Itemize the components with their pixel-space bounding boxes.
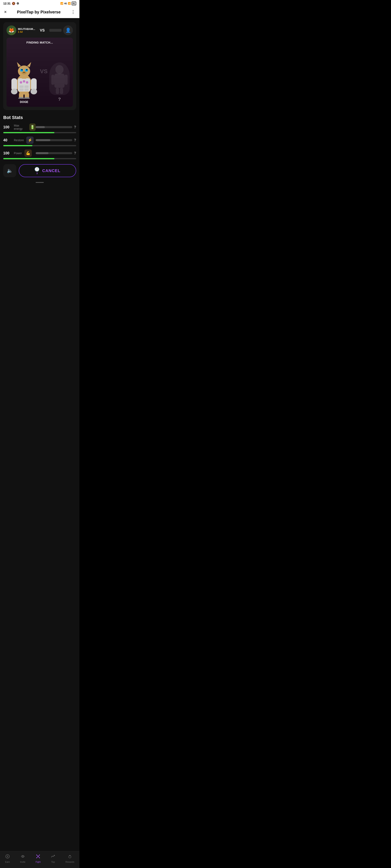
- enemy-stat-bar: [36, 126, 72, 128]
- stat-label: Max energy: [14, 124, 27, 130]
- unknown-character-label: ?: [58, 97, 61, 102]
- nav-item-fight[interactable]: Fight: [33, 854, 43, 862]
- stat-value: 40: [3, 138, 11, 143]
- finding-match-text: FINDING MATCH...: [26, 41, 53, 44]
- progress-bar: [3, 158, 76, 159]
- cancel-label: CANCEL: [42, 168, 60, 173]
- invite-label: Invite: [20, 861, 25, 862]
- svg-rect-33: [60, 88, 63, 94]
- stat-icon: 🔋: [29, 123, 36, 131]
- battle-area: FINDING MATCH...: [6, 38, 73, 107]
- svg-point-39: [36, 855, 37, 856]
- stat-left: 100 Power 💪: [3, 150, 32, 157]
- nav-item-top[interactable]: Top: [48, 854, 58, 862]
- svg-point-41: [36, 858, 37, 858]
- svg-point-19: [24, 72, 25, 73]
- svg-marker-11: [17, 62, 21, 67]
- svg-point-17: [22, 71, 26, 74]
- stat-row: 100 Power 💪 ?: [3, 150, 76, 159]
- top-label: Top: [51, 861, 55, 862]
- opponent-avatar-icon: 👤: [65, 28, 71, 33]
- invite-icon: [21, 854, 25, 860]
- svg-text:$: $: [7, 856, 8, 858]
- stat-label: Restore: [14, 138, 24, 142]
- svg-point-2: [20, 81, 22, 84]
- stat-left: 100 Max energy 🔋: [3, 123, 36, 131]
- bot-stats-section: Bot Stats 100 Max energy 🔋 ?: [3, 115, 76, 159]
- fight-icon: [36, 854, 40, 860]
- bottom-actions: 🔈 🕐 3 CANCEL: [3, 164, 76, 177]
- players-row: 🦊 MOJTABAM... 1 lvl VS 👤: [6, 25, 73, 35]
- player-avatar: 🦊: [6, 25, 16, 35]
- svg-rect-8: [24, 89, 29, 91]
- nav-item-earn[interactable]: $ Earn: [3, 854, 12, 862]
- svg-point-40: [39, 855, 40, 856]
- cancel-button[interactable]: 🕐 3 CANCEL: [19, 164, 76, 177]
- stat-row: 40 Restore ⚡ ?: [3, 136, 76, 146]
- top-icon: [51, 854, 55, 860]
- player-info: 🦊 MOJTABAM... 1 lvl: [6, 25, 35, 35]
- svg-rect-32: [56, 88, 59, 94]
- wifi-icon: 📶: [68, 2, 71, 5]
- signal-icon: 📶: [60, 2, 63, 5]
- opponent-name-placeholder: [49, 29, 61, 32]
- status-left: 12:31 🔕 ⚙: [3, 2, 19, 5]
- sound-icon: 🔈: [7, 168, 13, 174]
- stat-question-mark: ?: [74, 138, 76, 143]
- doge-character: [10, 58, 38, 99]
- svg-point-23: [31, 89, 37, 94]
- nav-item-rewards[interactable]: Rewards: [63, 854, 77, 862]
- enemy-stat-fill: [36, 139, 50, 141]
- nav-item-invite[interactable]: Invite: [18, 854, 28, 862]
- player-level: 1 lvl: [18, 31, 35, 33]
- enemy-stat-bar: [36, 152, 72, 154]
- doge-svg: [10, 58, 38, 99]
- stat-question-mark: ?: [74, 151, 76, 155]
- main-content: 🦊 MOJTABAM... 1 lvl VS 👤 FINDING MATCH..…: [0, 18, 79, 862]
- earn-icon: $: [5, 854, 10, 860]
- stat-left: 40 Restore ⚡: [3, 136, 34, 144]
- svg-point-3: [23, 80, 25, 83]
- battle-vs-label: VS: [40, 68, 48, 75]
- rewards-label: Rewards: [65, 861, 74, 862]
- svg-rect-5: [20, 86, 24, 88]
- svg-marker-12: [27, 62, 31, 67]
- stat-value: 100: [3, 151, 11, 155]
- svg-point-18: [23, 72, 24, 73]
- close-button[interactable]: ×: [3, 8, 7, 16]
- svg-point-4: [26, 81, 28, 84]
- earn-label: Earn: [5, 861, 10, 862]
- progress-bar: [3, 132, 76, 133]
- opponent-avatar: 👤: [63, 25, 73, 35]
- progress-fill: [3, 132, 54, 133]
- enemy-stat-bar: [36, 139, 72, 141]
- svg-point-28: [55, 65, 63, 74]
- progress-fill: [3, 145, 32, 146]
- svg-rect-29: [54, 74, 64, 88]
- settings-icon: ⚙: [17, 2, 19, 5]
- sound-button[interactable]: 🔈: [3, 164, 16, 177]
- stat-icon: ⚡: [26, 136, 34, 144]
- battle-characters: DOGE VS ?: [10, 48, 69, 103]
- timer-count: 3: [36, 172, 38, 175]
- stat-row: 100 Max energy 🔋 ?: [3, 123, 76, 133]
- top-bar: × PixelTap by Pixelverse ⋮: [0, 6, 79, 18]
- svg-rect-6: [24, 86, 29, 88]
- svg-point-15: [21, 69, 23, 70]
- menu-button[interactable]: ⋮: [70, 8, 76, 16]
- svg-point-21: [11, 89, 18, 94]
- timer-icon: 🕐: [34, 167, 40, 172]
- bot-stats-title: Bot Stats: [3, 115, 76, 120]
- svg-point-16: [26, 69, 27, 70]
- stat-header: 100 Max energy 🔋 ?: [3, 123, 76, 131]
- svg-rect-30: [51, 75, 54, 85]
- stat-right: ?: [36, 125, 76, 129]
- unknown-silhouette: [49, 62, 69, 95]
- character-name: DOGE: [20, 100, 28, 103]
- scroll-indicator: [36, 182, 44, 183]
- page-title: PixelTap by Pixelverse: [17, 10, 60, 14]
- stats-container: 100 Max energy 🔋 ? 40 Restore: [3, 123, 76, 159]
- player-details: MOJTABAM... 1 lvl: [18, 27, 35, 33]
- rewards-icon: [67, 854, 72, 860]
- player-name: MOJTABAM...: [18, 27, 35, 31]
